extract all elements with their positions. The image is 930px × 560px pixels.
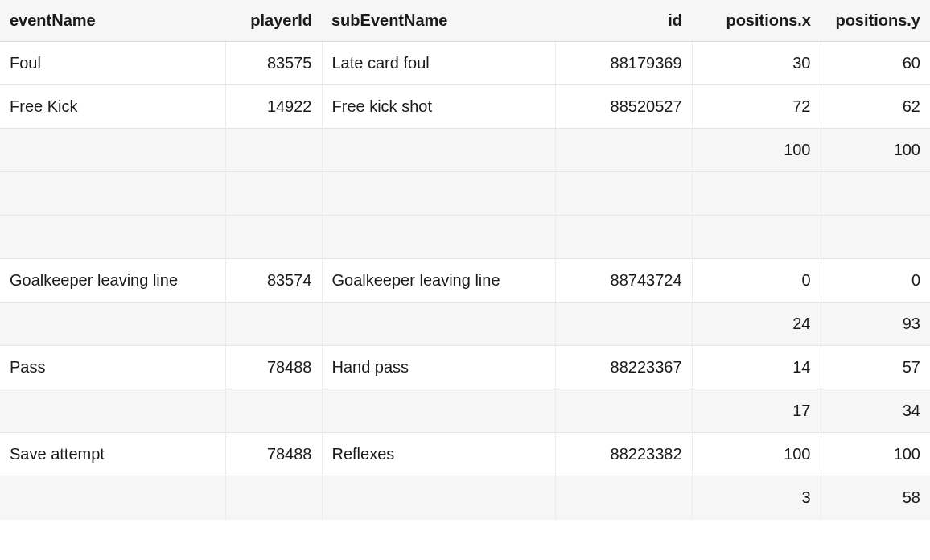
cell-playerid [225, 216, 322, 259]
cell-subeventname: Free kick shot [322, 85, 555, 129]
cell-posy: 60 [821, 42, 930, 85]
cell-eventname [0, 172, 225, 216]
cell-subeventname: Goalkeeper leaving line [322, 259, 555, 303]
cell-posy: 58 [821, 476, 930, 520]
cell-posy: 0 [821, 259, 930, 303]
table-row: Foul83575Late card foul881793693060 [0, 42, 930, 85]
cell-id: 88520527 [555, 85, 692, 129]
cell-posx [692, 216, 821, 259]
cell-posx: 72 [692, 85, 821, 129]
cell-playerid: 14922 [225, 85, 322, 129]
cell-posy: 34 [821, 389, 930, 433]
cell-id: 88223382 [555, 433, 692, 476]
cell-posy [821, 172, 930, 216]
cell-subeventname: Hand pass [322, 346, 555, 389]
cell-eventname: Foul [0, 42, 225, 85]
table-row: Save attempt78488Reflexes88223382100100 [0, 433, 930, 476]
cell-playerid [225, 303, 322, 346]
cell-eventname: Save attempt [0, 433, 225, 476]
cell-subeventname [322, 303, 555, 346]
cell-id [555, 303, 692, 346]
cell-posy [821, 216, 930, 259]
cell-posy: 100 [821, 129, 930, 172]
cell-eventname [0, 216, 225, 259]
cell-posx: 100 [692, 433, 821, 476]
cell-id [555, 172, 692, 216]
events-table: eventName playerId subEventName id posit… [0, 0, 930, 520]
cell-playerid: 83574 [225, 259, 322, 303]
col-header-playerid: playerId [225, 0, 322, 42]
cell-playerid: 83575 [225, 42, 322, 85]
col-header-id: id [555, 0, 692, 42]
cell-id: 88223367 [555, 346, 692, 389]
table-row [0, 172, 930, 216]
cell-id [555, 476, 692, 520]
table-row: Goalkeeper leaving line83574Goalkeeper l… [0, 259, 930, 303]
col-header-subeventname: subEventName [322, 0, 555, 42]
cell-playerid: 78488 [225, 433, 322, 476]
cell-eventname: Pass [0, 346, 225, 389]
table-row: 2493 [0, 303, 930, 346]
cell-posx: 0 [692, 259, 821, 303]
cell-eventname [0, 303, 225, 346]
table-row: 100100 [0, 129, 930, 172]
cell-posy: 93 [821, 303, 930, 346]
cell-subeventname [322, 172, 555, 216]
cell-eventname [0, 389, 225, 433]
cell-posy: 57 [821, 346, 930, 389]
table-header-row: eventName playerId subEventName id posit… [0, 0, 930, 42]
table-row: Pass78488Hand pass882233671457 [0, 346, 930, 389]
cell-playerid: 78488 [225, 346, 322, 389]
cell-posx: 3 [692, 476, 821, 520]
col-header-posx: positions.x [692, 0, 821, 42]
cell-subeventname [322, 476, 555, 520]
cell-posy: 62 [821, 85, 930, 129]
cell-subeventname: Late card foul [322, 42, 555, 85]
table-row: Free Kick14922Free kick shot885205277262 [0, 85, 930, 129]
cell-subeventname [322, 389, 555, 433]
cell-eventname: Free Kick [0, 85, 225, 129]
cell-posx: 100 [692, 129, 821, 172]
cell-id [555, 129, 692, 172]
table-row: 358 [0, 476, 930, 520]
cell-posx: 30 [692, 42, 821, 85]
cell-id [555, 389, 692, 433]
cell-playerid [225, 172, 322, 216]
col-header-posy: positions.y [821, 0, 930, 42]
cell-subeventname: Reflexes [322, 433, 555, 476]
cell-playerid [225, 129, 322, 172]
cell-id [555, 216, 692, 259]
cell-subeventname [322, 129, 555, 172]
cell-posx: 17 [692, 389, 821, 433]
cell-posx: 24 [692, 303, 821, 346]
cell-eventname: Goalkeeper leaving line [0, 259, 225, 303]
cell-playerid [225, 389, 322, 433]
cell-posx: 14 [692, 346, 821, 389]
col-header-eventname: eventName [0, 0, 225, 42]
cell-playerid [225, 476, 322, 520]
cell-eventname [0, 129, 225, 172]
table-row: 1734 [0, 389, 930, 433]
cell-subeventname [322, 216, 555, 259]
cell-posx [692, 172, 821, 216]
cell-id: 88743724 [555, 259, 692, 303]
cell-posy: 100 [821, 433, 930, 476]
cell-id: 88179369 [555, 42, 692, 85]
cell-eventname [0, 476, 225, 520]
table-row [0, 216, 930, 259]
